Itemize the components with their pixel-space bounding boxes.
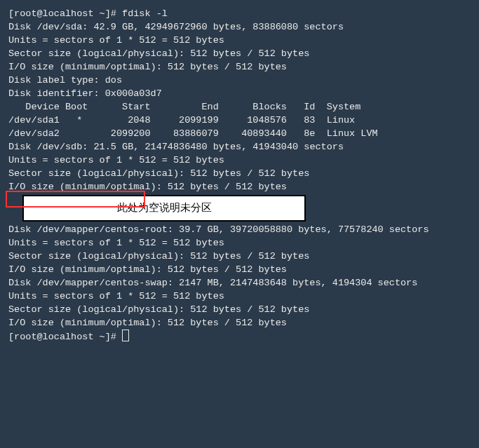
sda-disk-line: Disk /dev/sda: 42.9 GB, 42949672960 byte… bbox=[8, 20, 471, 34]
mapper-swap-disk-line: Disk /dev/mapper/centos-swap: 2147 MB, 2… bbox=[8, 276, 471, 290]
sda-units-line: Units = sectors of 1 * 512 = 512 bytes bbox=[8, 34, 471, 47]
mapper-swap-units-line: Units = sectors of 1 * 512 = 512 bytes bbox=[8, 290, 471, 303]
mapper-swap-io-line: I/O size (minimum/optimal): 512 bytes / … bbox=[8, 316, 471, 330]
sdb-disk-line: Disk /dev/sdb: 21.5 GB, 21474836480 byte… bbox=[8, 140, 471, 154]
mapper-root-disk-line: Disk /dev/mapper/centos-root: 39.7 GB, 3… bbox=[8, 223, 471, 236]
partition-row: /dev/sda1 * 2048 2099199 1048576 83 Linu… bbox=[8, 114, 471, 127]
sdb-units-line: Units = sectors of 1 * 512 = 512 bytes bbox=[8, 154, 471, 167]
prompt-line: [root@localhost ~]# fdisk -l bbox=[8, 7, 471, 20]
cursor bbox=[122, 330, 129, 341]
mapper-root-units-line: Units = sectors of 1 * 512 = 512 bytes bbox=[8, 236, 471, 250]
prompt-text: [root@localhost ~]# bbox=[8, 332, 122, 342]
sda-io-line: I/O size (minimum/optimal): 512 bytes / … bbox=[8, 60, 471, 74]
terminal-output[interactable]: [root@localhost ~]# fdisk -l Disk /dev/s… bbox=[0, 0, 479, 351]
sdb-disk-highlighted: Disk /dev/sdb: 21.5 GB bbox=[8, 142, 133, 152]
annotation-callout: 此处为空说明未分区 bbox=[22, 195, 306, 222]
sda-identifier-line: Disk identifier: 0x000a03d7 bbox=[8, 87, 471, 100]
sda-sector-line: Sector size (logical/physical): 512 byte… bbox=[8, 47, 471, 60]
partition-header: Device Boot Start End Blocks Id System bbox=[8, 100, 471, 114]
sdb-disk-rest: , 21474836480 bytes, 41943040 sectors bbox=[133, 142, 344, 152]
mapper-root-io-line: I/O size (minimum/optimal): 512 bytes / … bbox=[8, 263, 471, 276]
mapper-swap-sector-line: Sector size (logical/physical): 512 byte… bbox=[8, 303, 471, 316]
prompt-line[interactable]: [root@localhost ~]# bbox=[8, 330, 471, 344]
partition-row: /dev/sda2 2099200 83886079 40893440 8e L… bbox=[8, 127, 471, 140]
sda-labeltype-line: Disk label type: dos bbox=[8, 74, 471, 87]
mapper-root-sector-line: Sector size (logical/physical): 512 byte… bbox=[8, 250, 471, 263]
sdb-sector-line: Sector size (logical/physical): 512 byte… bbox=[8, 167, 471, 180]
sdb-io-line: I/O size (minimum/optimal): 512 bytes / … bbox=[8, 180, 471, 194]
